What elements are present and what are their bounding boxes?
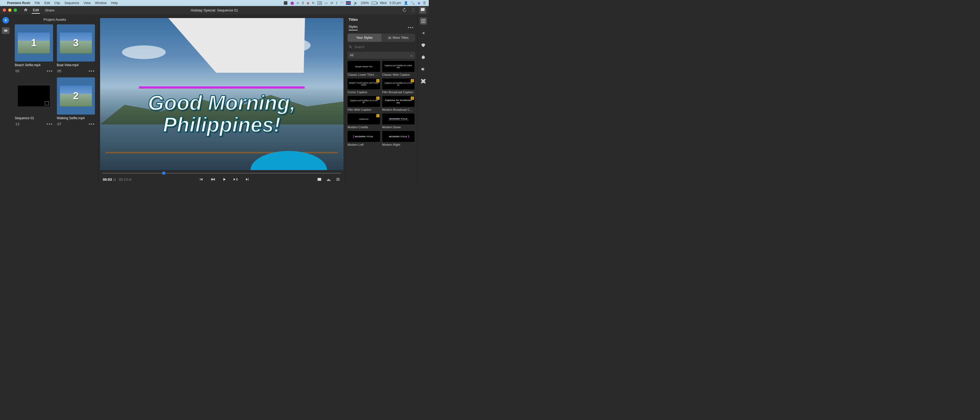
battery-icon[interactable] (372, 2, 377, 5)
redo-button[interactable] (411, 7, 415, 13)
title-preset[interactable]: MODERN TITLEModern Right (382, 131, 415, 146)
comment-button[interactable] (420, 7, 426, 14)
your-styles-tab[interactable]: Your Styles (348, 33, 382, 42)
title-preset[interactable]: MODERN TITLEModern Left (348, 131, 380, 146)
asset-thumbnail[interactable] (15, 77, 53, 115)
step-back[interactable] (210, 177, 215, 182)
title-preset-thumb[interactable]: INSERT YOUR NEWS CAPTIONS HERET (348, 78, 380, 89)
wifi-icon[interactable]: ◠ (340, 1, 343, 5)
spotlight-icon[interactable]: 🔍 (411, 1, 415, 5)
title-preset[interactable]: Captions and Subtitles for on the airTFi… (382, 78, 415, 94)
title-preset[interactable]: INSERT YOUR NEWS CAPTIONS HERETComic Cap… (348, 78, 380, 94)
playhead[interactable] (162, 172, 165, 175)
search-input[interactable] (354, 45, 414, 49)
mode-edit[interactable]: Edit (32, 7, 40, 14)
user-icon[interactable]: 👤 (404, 1, 408, 5)
play-button[interactable] (221, 177, 227, 182)
menu-window[interactable]: Window (95, 1, 107, 5)
speed-tool[interactable] (420, 54, 427, 61)
zoom-window[interactable] (14, 8, 17, 12)
status-icon-4[interactable]: ◉ (307, 1, 309, 5)
title-preset-thumb[interactable]: Captions for broadcast meT (382, 96, 415, 107)
mode-share[interactable]: Share (44, 7, 56, 13)
creative-cloud-icon[interactable]: ↻ (312, 1, 315, 5)
titles-tool[interactable]: T (420, 18, 427, 25)
audio-tool[interactable] (420, 65, 427, 73)
premium-badge: T (411, 79, 414, 82)
bluetooth-icon[interactable]: ᛒ (336, 1, 338, 5)
title-preset[interactable]: Sample Header TextClassic Lower Third … (348, 61, 380, 76)
app-name[interactable]: Premiere Rush (7, 1, 30, 5)
titles-search[interactable] (348, 43, 415, 51)
dropbox-icon[interactable]: ⬛ (283, 1, 288, 5)
svg-rect-0 (5, 30, 7, 32)
home-button[interactable] (24, 8, 28, 13)
siri-icon[interactable]: ◉ (418, 1, 420, 5)
menu-sequence[interactable]: Sequence (64, 1, 79, 5)
title-overlay-text[interactable]: Good Morning,Philippines! (100, 92, 344, 135)
asset-item[interactable]: 2Walking Selfie.mp4:07••• (57, 77, 95, 127)
asset-thumbnail[interactable]: 3 (57, 24, 95, 62)
title-preset-thumb[interactable]: Sample Header Text (348, 61, 380, 72)
title-preset[interactable]: credits textTModern Credits (348, 113, 380, 129)
project-assets-toggle[interactable] (2, 27, 10, 34)
title-preset-thumb[interactable]: Captions and Subtitles for online use (382, 61, 415, 72)
styles-tab[interactable]: Styles (348, 25, 358, 30)
menu-edit[interactable]: Edit (44, 1, 50, 5)
menu-view[interactable]: View (83, 1, 91, 5)
transform-tool[interactable] (420, 78, 427, 85)
svg-point-16 (422, 45, 425, 47)
go-to-end[interactable] (245, 177, 250, 182)
title-preset-thumb[interactable]: Captions and Subtitles for on the airT (382, 78, 415, 89)
fullscreen-button[interactable] (317, 177, 322, 182)
title-preset[interactable]: Captions and Subtitles for online useCla… (382, 61, 415, 76)
color-tool[interactable] (420, 41, 427, 49)
asset-options[interactable]: ••• (47, 68, 53, 73)
control-center-icon[interactable]: ☰ (423, 1, 426, 5)
asset-options[interactable]: ••• (89, 122, 95, 127)
title-preset-thumb[interactable]: MODERN TITLE (348, 131, 380, 142)
go-to-start[interactable] (199, 177, 204, 182)
menu-clip[interactable]: Clip (54, 1, 60, 5)
video-preview[interactable]: Good Morning,Philippines! (100, 18, 344, 170)
title-preset[interactable]: Captions and Subtitles for on the airTFi… (348, 96, 380, 111)
timeline-options[interactable] (335, 177, 341, 182)
step-forward[interactable] (233, 177, 239, 182)
status-icon-1[interactable]: ⬤ (290, 1, 294, 5)
timeline-bar: 00:03 11 00:13 07 (100, 170, 344, 184)
asset-item[interactable]: Sequence 01:13••• (15, 77, 53, 127)
calendar-icon[interactable]: 19 (317, 2, 322, 5)
scrubber[interactable] (102, 171, 341, 175)
filter-select[interactable]: All ⌄ (348, 52, 415, 59)
status-icon-2[interactable]: ፨ (297, 1, 299, 5)
title-preset-thumb[interactable]: credits textT (348, 113, 380, 124)
asset-options[interactable]: ••• (47, 122, 53, 127)
input-language-flag[interactable] (346, 2, 351, 5)
title-preset-thumb[interactable]: MODERN TITLE (382, 131, 415, 142)
title-preset-thumb[interactable]: Captions and Subtitles for on the airT (348, 96, 380, 107)
transitions-tool[interactable] (420, 30, 427, 37)
add-media-button[interactable]: + (2, 17, 9, 24)
volume-icon[interactable]: 🔊 (353, 1, 358, 5)
stock-badge: St (388, 37, 391, 40)
minimize-window[interactable] (8, 8, 11, 12)
asset-options[interactable]: ••• (89, 68, 95, 73)
title-preset[interactable]: Captions for broadcast meTModern Broadca… (382, 96, 415, 111)
status-icon-3[interactable]: S (302, 1, 304, 5)
more-titles-tab[interactable]: St More Titles (382, 33, 415, 42)
asset-item[interactable]: 1Beach Selfie.mp4:03••• (15, 24, 53, 73)
airplay-icon[interactable]: ▭ (325, 1, 328, 5)
menu-help[interactable]: Help (111, 1, 118, 5)
undo-button[interactable] (402, 7, 407, 13)
panel-options[interactable]: ••• (408, 25, 414, 30)
preview-bg (100, 135, 344, 170)
title-preset[interactable]: MODERN TITLEModern Down (382, 113, 415, 129)
time-machine-icon[interactable]: ↺ (330, 1, 333, 5)
expand-timeline-button[interactable] (326, 177, 331, 182)
asset-item[interactable]: 3Boat View.mp4:05••• (57, 24, 95, 73)
menu-file[interactable]: File (35, 1, 40, 5)
asset-thumbnail[interactable]: 1 (15, 24, 53, 62)
title-preset-thumb[interactable]: MODERN TITLE (382, 113, 415, 124)
asset-thumbnail[interactable]: 2 (57, 77, 95, 115)
close-window[interactable] (3, 8, 6, 12)
